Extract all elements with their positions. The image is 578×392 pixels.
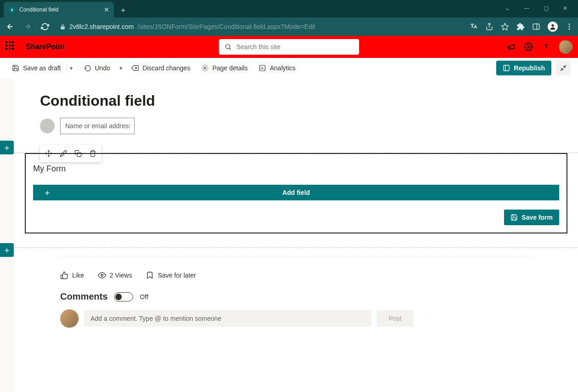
- svg-rect-9: [504, 65, 509, 71]
- page-details-button[interactable]: Page details: [197, 62, 252, 74]
- author-avatar-icon: [40, 119, 55, 133]
- gear-icon[interactable]: [524, 42, 533, 51]
- close-window-icon[interactable]: ✕: [556, 2, 574, 15]
- help-icon[interactable]: [541, 42, 550, 51]
- collapse-button[interactable]: [556, 61, 571, 75]
- rail-duplicate-icon[interactable]: [14, 194, 17, 207]
- add-section-button-bottom[interactable]: ＋: [0, 243, 14, 257]
- plus-icon: ＋: [43, 187, 51, 198]
- maximize-icon[interactable]: ▢: [537, 2, 555, 15]
- kebab-menu-icon[interactable]: [565, 23, 573, 31]
- svg-point-4: [569, 28, 570, 30]
- svg-rect-0: [533, 24, 539, 29]
- profile-icon[interactable]: [548, 22, 558, 32]
- analytics-label: Analytics: [270, 64, 295, 72]
- add-section-button-top[interactable]: ＋: [0, 141, 14, 154]
- megaphone-icon[interactable]: [506, 42, 516, 51]
- svg-point-12: [101, 274, 103, 277]
- chevron-down-icon[interactable]: ▼: [67, 63, 73, 73]
- svg-point-2: [569, 23, 570, 25]
- comment-input[interactable]: [84, 310, 371, 327]
- star-icon[interactable]: [501, 23, 509, 31]
- views-label: 2 Views: [110, 272, 132, 279]
- app-name[interactable]: SharePoint: [26, 43, 64, 51]
- views-indicator: 2 Views: [98, 271, 132, 279]
- comment-avatar: [60, 309, 79, 328]
- save-form-label: Save form: [521, 214, 553, 221]
- svg-point-1: [551, 24, 554, 27]
- republish-button[interactable]: Republish: [496, 61, 551, 75]
- comments-toggle[interactable]: [114, 292, 133, 301]
- search-input[interactable]: [237, 43, 354, 51]
- command-bar: Save as draft ▼ Undo ▼ Discard changes P…: [0, 58, 578, 79]
- discard-icon: [131, 64, 139, 72]
- save-icon: [12, 64, 19, 72]
- add-field-label: Add field: [283, 189, 310, 196]
- window-controls: ⌄ ― ▢ ✕: [498, 2, 578, 17]
- svg-point-7: [204, 67, 206, 69]
- comments-heading: Comments: [60, 291, 108, 302]
- like-label: Like: [72, 272, 84, 279]
- url-path: /sites/JSONForm/SitePages/Conditional-fi…: [137, 23, 315, 30]
- republish-label: Republish: [514, 64, 545, 72]
- comments-toggle-label: Off: [140, 293, 148, 301]
- url-host: 2v8lc2.sharepoint.com: [69, 23, 134, 30]
- app-launcher-icon[interactable]: [6, 41, 17, 52]
- svg-point-5: [226, 45, 230, 49]
- social-bar: Like 2 Views Save for later Comments Off: [14, 248, 578, 332]
- post-label: Post: [389, 315, 402, 322]
- address-bar[interactable]: 2v8lc2.sharepoint.com/sites/JSONForm/Sit…: [57, 23, 463, 30]
- forward-button[interactable]: [22, 21, 33, 32]
- search-box[interactable]: [219, 39, 359, 55]
- form-webpart[interactable]: My Form ＋ Add field Save form: [25, 153, 567, 233]
- lock-icon: [60, 24, 66, 30]
- back-button[interactable]: [5, 21, 16, 32]
- extensions-icon[interactable]: [516, 23, 525, 31]
- save-as-draft-label: Save as draft: [23, 64, 61, 72]
- analytics-icon: [259, 64, 266, 72]
- rail-edit-icon[interactable]: [14, 156, 17, 169]
- discard-label: Discard changes: [142, 64, 190, 72]
- rail-move-icon[interactable]: [14, 175, 17, 188]
- analytics-button[interactable]: Analytics: [254, 62, 300, 74]
- save-as-draft-button[interactable]: Save as draft ▼: [7, 61, 78, 75]
- tab-close-icon[interactable]: ✕: [104, 6, 109, 13]
- browser-toolbar: 2v8lc2.sharepoint.com/sites/JSONForm/Sit…: [0, 17, 578, 36]
- discard-changes-button[interactable]: Discard changes: [127, 62, 195, 74]
- page-details-label: Page details: [212, 64, 248, 72]
- browser-titlebar: s Conditional field ✕ ＋ ⌄ ― ▢ ✕: [0, 0, 578, 17]
- post-button[interactable]: Post: [377, 310, 414, 327]
- svg-point-3: [569, 26, 570, 28]
- translate-icon[interactable]: [470, 23, 478, 31]
- rail-delete-icon[interactable]: [14, 214, 17, 227]
- views-icon: [98, 271, 106, 279]
- page-title[interactable]: Conditional field: [40, 92, 552, 109]
- window-chevron-icon[interactable]: ⌄: [498, 2, 516, 15]
- add-field-button[interactable]: ＋ Add field: [33, 185, 559, 200]
- form-title[interactable]: My Form: [33, 164, 559, 174]
- canvas: Conditional field: [14, 79, 578, 392]
- browser-tab[interactable]: s Conditional field ✕: [4, 2, 114, 17]
- page-area: ＋ ＋ Conditional field: [0, 79, 578, 392]
- tab-title: Conditional field: [19, 6, 100, 13]
- sidepanel-icon[interactable]: [532, 23, 540, 31]
- reload-button[interactable]: [40, 21, 51, 32]
- like-icon: [60, 271, 68, 279]
- share-icon[interactable]: [485, 23, 493, 31]
- chevron-down-icon[interactable]: ▼: [117, 66, 125, 71]
- author-row: [40, 118, 552, 134]
- minimize-icon[interactable]: ―: [517, 2, 536, 15]
- author-input[interactable]: [60, 118, 135, 134]
- new-tab-button[interactable]: ＋: [117, 4, 130, 17]
- undo-button[interactable]: Undo: [79, 62, 115, 74]
- browser-right-icons: [470, 22, 573, 32]
- republish-icon: [503, 64, 510, 72]
- save-form-button[interactable]: Save form: [504, 210, 559, 225]
- like-button[interactable]: Like: [60, 271, 84, 279]
- user-avatar[interactable]: [559, 40, 572, 54]
- search-icon: [225, 43, 232, 51]
- save-for-later-button[interactable]: Save for later: [146, 271, 196, 279]
- undo-icon: [84, 64, 91, 72]
- left-rail: ＋ ＋: [0, 79, 14, 392]
- save-later-label: Save for later: [158, 272, 196, 279]
